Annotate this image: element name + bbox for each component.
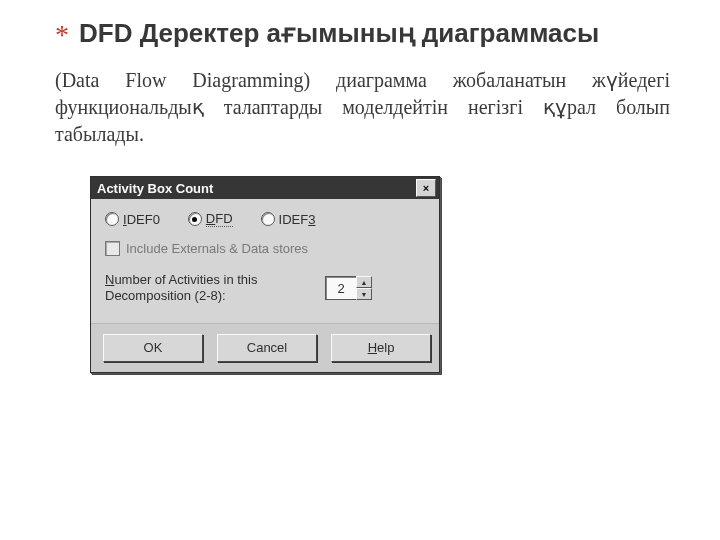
cancel-button[interactable]: Cancel [217,334,317,362]
radio-dfd-label: DFD [206,211,233,227]
activity-count-row: Number of Activities in this Decompositi… [105,272,425,305]
radio-idef0-indicator [105,212,119,226]
dialog-button-row: OK Cancel Help [91,323,439,372]
heading-bullet: * [55,21,69,49]
radio-dfd[interactable]: DFD [188,211,233,227]
dialog-title: Activity Box Count [97,181,416,196]
radio-idef3-label: IDEF3 [279,212,316,227]
spinner-up-icon[interactable]: ▲ [356,276,372,288]
activity-count-value[interactable]: 2 [325,276,356,300]
close-icon[interactable]: × [416,179,436,197]
checkbox-label: Include Externals & Data stores [126,241,308,256]
radio-idef3[interactable]: IDEF3 [261,212,316,227]
radio-idef0[interactable]: IDEF0 [105,212,160,227]
radio-idef3-indicator [261,212,275,226]
include-externals-checkbox[interactable]: Include Externals & Data stores [105,241,425,256]
diagram-type-radio-group: IDEF0 DFD IDEF3 [105,211,425,227]
heading-text: DFD Деректер ағымының диаграммасы [79,18,599,49]
radio-idef0-label: IDEF0 [123,212,160,227]
help-button[interactable]: Help [331,334,431,362]
radio-dfd-indicator [188,212,202,226]
ok-button[interactable]: OK [103,334,203,362]
activity-box-count-dialog: Activity Box Count × IDEF0 DFD IDEF3 [90,176,440,373]
spinner-down-icon[interactable]: ▼ [356,288,372,300]
body-paragraph: (Data Flow Diagramming) диаграмма жобала… [55,67,670,148]
activity-count-spinner[interactable]: 2 ▲ ▼ [325,276,372,300]
activity-count-label: Number of Activities in this Decompositi… [105,272,315,305]
dialog-titlebar[interactable]: Activity Box Count × [91,177,439,199]
slide-heading: * DFD Деректер ағымының диаграммасы [55,18,670,49]
checkbox-box-icon [105,241,120,256]
